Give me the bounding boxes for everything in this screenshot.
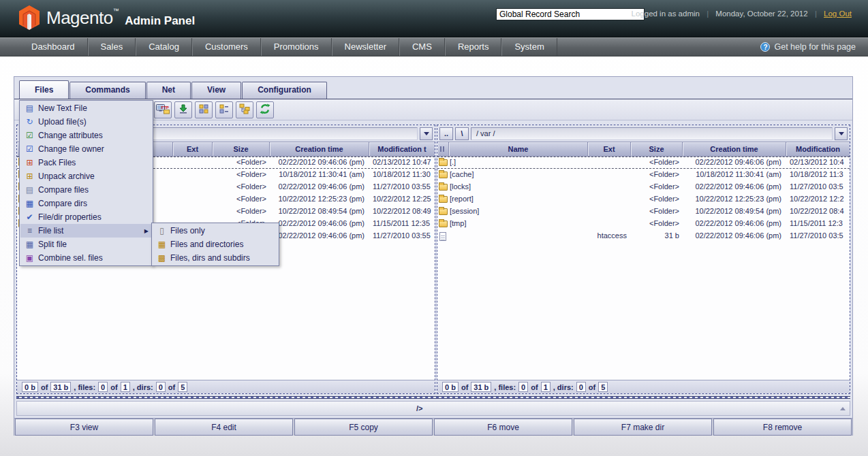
- menu-item-split-file[interactable]: ▦Split file: [20, 238, 152, 251]
- column-header-size[interactable]: Size: [212, 142, 269, 156]
- menu-item-combine-sel-files[interactable]: ▣Combine sel. files: [20, 251, 152, 265]
- nav-item-sales[interactable]: Sales: [88, 38, 136, 56]
- tree-view-button[interactable]: [236, 101, 253, 118]
- file-modified-cell: 10/22/2012 12:2: [786, 193, 850, 206]
- global-search-input[interactable]: [496, 8, 645, 20]
- current-date: Monday, October 22, 2012: [715, 10, 807, 18]
- file-row[interactable]: [locks]<Folder>02/22/2012 09:46:06 (pm)1…: [437, 181, 850, 193]
- column-header-name[interactable]: Name: [448, 142, 587, 156]
- submenu-item-files-dirs-and-subdirs[interactable]: ▩Files, dirs and subdirs: [153, 251, 278, 265]
- ftp-connect-button[interactable]: FTP: [154, 101, 172, 118]
- refresh-button[interactable]: [256, 101, 274, 118]
- file-row[interactable]: [session]<Folder>10/22/2012 08:49:54 (pm…: [437, 206, 850, 218]
- root-dir-button[interactable]: \: [455, 127, 469, 140]
- file-modified-cell: 11/27/2010 03:5: [786, 230, 850, 242]
- right-file-panel: .. \ / var / NameExtSizeCreation timeMod…: [437, 125, 850, 394]
- menu-item-label: File list: [38, 226, 63, 235]
- right-path-field[interactable]: / var /: [471, 127, 833, 140]
- nav-item-promotions[interactable]: Promotions: [261, 38, 332, 56]
- file-row[interactable]: [cache]<Folder>10/18/2012 11:30:41 (am)1…: [437, 169, 850, 181]
- menu-item-upload-file-s-[interactable]: ↻Upload file(s): [20, 115, 152, 129]
- nav-item-newsletter[interactable]: Newsletter: [332, 38, 399, 56]
- file-size-cell: <Folder>: [630, 157, 682, 168]
- status-label: of: [589, 383, 595, 391]
- fkey-button-f7[interactable]: F7 make dir: [574, 419, 712, 436]
- menu-item-compare-dirs[interactable]: ▦Compare dirs: [20, 197, 152, 210]
- nav-item-dashboard[interactable]: Dashboard: [19, 38, 88, 56]
- file-modified-cell: 11/27/2010 03:5: [786, 181, 850, 193]
- column-header-ext[interactable]: Ext: [587, 142, 630, 156]
- menu-item-file-list[interactable]: ≡File list▶: [20, 224, 152, 238]
- nav-item-cms[interactable]: CMS: [399, 38, 445, 56]
- file-size-cell: <Folder>: [630, 169, 682, 181]
- file-name-cell: [tmp]: [448, 218, 587, 230]
- left-path-dropdown-button[interactable]: [420, 127, 433, 140]
- file-row[interactable]: [report]<Folder>10/22/2012 12:25:23 (pm)…: [437, 193, 850, 206]
- file-name-cell: [448, 230, 587, 242]
- brand-name: Magento™: [46, 7, 119, 29]
- nav-item-system[interactable]: System: [501, 38, 557, 56]
- scroll-up-icon[interactable]: [840, 407, 846, 410]
- fkey-button-f8[interactable]: F8 remove: [713, 419, 852, 436]
- folder-icon: [439, 172, 448, 178]
- column-header-size[interactable]: Size: [630, 142, 682, 156]
- file-row[interactable]: htaccess31 b02/22/2012 09:46:06 (pm)11/2…: [437, 230, 850, 242]
- fkey-button-f3[interactable]: F3 view: [15, 419, 153, 436]
- tab-files[interactable]: Files: [19, 80, 69, 99]
- brief-list-button[interactable]: [215, 101, 233, 118]
- help-label: Get help for this page: [774, 42, 856, 52]
- download-button[interactable]: [174, 101, 192, 118]
- file-row[interactable]: [tmp]<Folder>02/22/2012 09:46:06 (pm)11/…: [437, 218, 850, 230]
- tab-net[interactable]: Net: [146, 82, 191, 99]
- nav-item-reports[interactable]: Reports: [445, 38, 502, 56]
- file-modified-cell: 10/18/2012 11:3: [786, 169, 850, 181]
- menu-item-pack-files[interactable]: ⊞Pack Files: [20, 156, 152, 169]
- column-header-modification-t[interactable]: Modification t: [369, 142, 435, 156]
- file-icon-cell: [437, 193, 448, 206]
- file-modified-cell: 10/18/2012 11:30: [369, 169, 435, 181]
- submenu-item-files-only[interactable]: ▯Files only: [153, 224, 278, 238]
- svg-text:FTP: FTP: [161, 105, 169, 110]
- menu-item-unpack-archive[interactable]: ⊞Unpack archive: [20, 169, 152, 183]
- help-link[interactable]: ? Get help for this page: [760, 38, 856, 56]
- tab-configuration[interactable]: Configuration: [242, 82, 327, 99]
- file-ext-cell: [172, 181, 212, 193]
- command-input[interactable]: [425, 402, 837, 414]
- menu-item-new-text-file[interactable]: ▤New Text File: [20, 101, 152, 115]
- nav-item-catalog[interactable]: Catalog: [136, 38, 192, 56]
- files-menu: ▤New Text File↻Upload file(s)☑Change att…: [19, 100, 153, 266]
- file-size-cell: <Folder>: [212, 206, 269, 218]
- files-dirs-sub-icon: ▩: [156, 253, 168, 263]
- tiles-view-button[interactable]: [195, 101, 213, 118]
- nav-item-customers[interactable]: Customers: [192, 38, 261, 56]
- column-header-ext[interactable]: Ext: [172, 142, 212, 156]
- file-ext-cell: [587, 193, 630, 206]
- file-modified-cell: 02/13/2012 10:4: [786, 157, 850, 168]
- column-header-creation-time[interactable]: Creation time: [682, 142, 786, 156]
- tab-view[interactable]: View: [191, 82, 241, 99]
- column-sort-icon-cell[interactable]: [437, 142, 448, 156]
- file-name-cell: [.]: [448, 157, 587, 168]
- logout-link[interactable]: Log Out: [824, 10, 852, 18]
- submenu-item-files-and-directories[interactable]: ▦Files and directories: [153, 238, 278, 251]
- file-created-cell: 10/18/2012 11:30:41 (am): [269, 169, 369, 181]
- file-ext-cell: [172, 157, 212, 168]
- file-row[interactable]: [.]<Folder>02/22/2012 09:46:06 (pm)02/13…: [437, 157, 850, 169]
- menu-item-change-attributes[interactable]: ☑Change attributes: [20, 129, 152, 142]
- fkey-button-f5[interactable]: F5 copy: [294, 419, 433, 436]
- status-label: , files:: [494, 383, 516, 391]
- fkey-button-f4[interactable]: F4 edit: [155, 419, 293, 436]
- column-header-modification[interactable]: Modification: [786, 142, 850, 156]
- fkey-button-f6[interactable]: F6 move: [434, 419, 572, 436]
- up-dir-button[interactable]: ..: [439, 127, 453, 140]
- panel-splitter[interactable]: [16, 394, 850, 401]
- menu-item-compare-files[interactable]: ▤Compare files: [20, 183, 152, 197]
- combine-icon: ▣: [24, 253, 35, 263]
- right-path-dropdown-button[interactable]: [835, 127, 848, 140]
- column-header-creation-time[interactable]: Creation time: [269, 142, 369, 156]
- menu-item-file-dir-properties[interactable]: ✔File/dir properties: [20, 210, 152, 224]
- tab-commands[interactable]: Commands: [69, 82, 145, 99]
- file-created-cell: 10/18/2012 11:30:41 (am): [682, 169, 786, 181]
- menu-item-change-file-owner[interactable]: ☑Change file owner: [20, 142, 152, 156]
- submenu-arrow-icon: ▶: [144, 228, 149, 234]
